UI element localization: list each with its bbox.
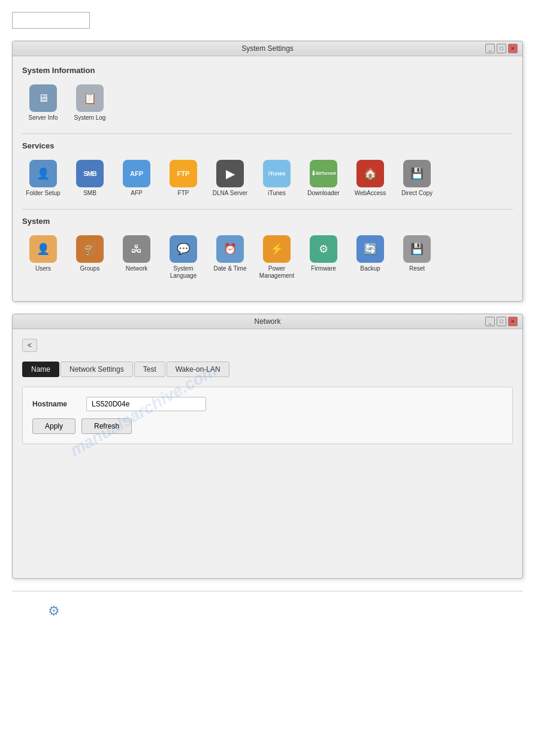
system-language-icon: 💬 — [170, 235, 197, 263]
itunes-label: iTunes — [268, 190, 286, 197]
window-controls: _ □ ✕ — [485, 44, 518, 53]
hostname-label: Hostname — [32, 400, 86, 408]
ftp-item[interactable]: FTP FTP — [162, 157, 204, 199]
apply-button[interactable]: Apply — [32, 418, 75, 434]
system-settings-titlebar: System Settings _ □ ✕ — [13, 41, 522, 56]
system-settings-window: System Settings _ □ ✕ System Information… — [12, 41, 523, 302]
downloader-label: Downloader — [307, 190, 339, 197]
users-icon: 👤 — [29, 235, 57, 263]
firmware-icon: ⚙ — [310, 235, 337, 263]
direct-copy-icon: 💾 — [403, 160, 431, 187]
webaccess-icon: 🏠 — [356, 160, 384, 187]
network-label: Network — [126, 265, 148, 272]
downloader-item[interactable]: ⬇BitTorrent Downloader — [303, 157, 344, 199]
network-empty-area — [22, 449, 513, 569]
services-grid: 👤 Folder Setup SMB SMB AFP AFP FTP FTP ▶… — [22, 157, 513, 199]
back-button[interactable]: < — [22, 339, 37, 352]
close-btn[interactable]: ✕ — [508, 44, 518, 53]
hostname-input[interactable] — [86, 397, 206, 411]
system-grid: 👤 Users 🐒 Groups 🖧 Network 💬 System Lang… — [22, 233, 513, 282]
groups-label: Groups — [80, 265, 100, 272]
system-log-item[interactable]: 📋 System Log — [69, 82, 111, 124]
system-language-item[interactable]: 💬 System Language — [162, 233, 204, 282]
webaccess-label: WebAccess — [355, 190, 386, 197]
folder-setup-icon: 👤 — [29, 160, 57, 187]
tab-wake-on-lan[interactable]: Wake-on-LAN — [167, 362, 229, 377]
smb-item[interactable]: SMB SMB — [69, 157, 111, 199]
afp-item[interactable]: AFP AFP — [116, 157, 158, 199]
system-information-header: System Information — [22, 66, 513, 75]
tab-name[interactable]: Name — [22, 362, 59, 377]
network-close-btn[interactable]: ✕ — [508, 317, 518, 326]
date-time-label: Date & Time — [213, 265, 246, 272]
backup-label: Backup — [360, 265, 380, 272]
direct-copy-label: Direct Copy — [401, 190, 433, 197]
ftp-label: FTP — [178, 190, 189, 197]
network-minimize-btn[interactable]: _ — [485, 317, 495, 326]
dlna-server-label: DLNA Server — [213, 190, 247, 197]
form-buttons: Apply Refresh — [32, 418, 503, 434]
minimize-btn[interactable]: _ — [485, 44, 495, 53]
power-management-icon: ⚡ — [263, 235, 291, 263]
hostname-row: Hostname — [32, 397, 503, 411]
tab-test[interactable]: Test — [134, 362, 165, 377]
power-management-label: Power Management — [258, 265, 295, 280]
maximize-btn[interactable]: □ — [497, 44, 506, 53]
top-search-input[interactable] — [12, 12, 90, 29]
network-icon: 🖧 — [123, 235, 150, 263]
downloader-icon: ⬇BitTorrent — [310, 160, 337, 187]
refresh-button[interactable]: Refresh — [81, 418, 132, 434]
groups-item[interactable]: 🐒 Groups — [69, 233, 111, 282]
server-info-icon: 🖥 — [29, 84, 57, 112]
bottom-divider — [12, 591, 523, 591]
tab-bar: Name Network Settings Test Wake-on-LAN — [22, 362, 513, 377]
direct-copy-item[interactable]: 💾 Direct Copy — [396, 157, 438, 199]
date-time-item[interactable]: ⏰ Date & Time — [209, 233, 251, 282]
network-item[interactable]: 🖧 Network — [116, 233, 158, 282]
groups-icon: 🐒 — [76, 235, 104, 263]
gear-icon: ⚙ — [48, 603, 523, 619]
afp-label: AFP — [131, 190, 142, 197]
system-settings-content: System Information 🖥 Server Info 📋 Syste… — [13, 56, 522, 301]
reset-item[interactable]: 💾 Reset — [396, 233, 438, 282]
system-settings-title: System Settings — [241, 44, 294, 53]
smb-label: SMB — [83, 190, 96, 197]
firmware-label: Firmware — [311, 265, 336, 272]
dlna-server-icon: ▶ — [216, 160, 244, 187]
network-titlebar: Network _ □ ✕ — [13, 314, 522, 329]
folder-setup-label: Folder Setup — [26, 190, 60, 197]
server-info-item[interactable]: 🖥 Server Info — [22, 82, 64, 124]
users-item[interactable]: 👤 Users — [22, 233, 64, 282]
divider-1 — [22, 133, 513, 134]
afp-icon: AFP — [123, 160, 150, 187]
network-window: Network _ □ ✕ manualsarchive.com < Name … — [12, 314, 523, 579]
divider-2 — [22, 209, 513, 210]
server-info-label: Server Info — [29, 114, 58, 122]
system-header: System — [22, 217, 513, 226]
firmware-item[interactable]: ⚙ Firmware — [303, 233, 344, 282]
itunes-icon: iTunes — [263, 160, 291, 187]
folder-setup-item[interactable]: 👤 Folder Setup — [22, 157, 64, 199]
network-content: manualsarchive.com < Name Network Settin… — [13, 329, 522, 578]
reset-label: Reset — [409, 265, 425, 272]
users-label: Users — [35, 265, 51, 272]
network-maximize-btn[interactable]: □ — [497, 317, 506, 326]
itunes-item[interactable]: iTunes iTunes — [256, 157, 298, 199]
system-information-grid: 🖥 Server Info 📋 System Log — [22, 82, 513, 124]
ftp-icon: FTP — [170, 160, 197, 187]
system-log-icon: 📋 — [76, 84, 104, 112]
reset-icon: 💾 — [403, 235, 431, 263]
webaccess-item[interactable]: 🏠 WebAccess — [349, 157, 391, 199]
date-time-icon: ⏰ — [216, 235, 244, 263]
tab-network-settings[interactable]: Network Settings — [61, 362, 133, 377]
network-form-area: Hostname Apply Refresh — [22, 387, 513, 444]
services-header: Services — [22, 141, 513, 150]
smb-icon: SMB — [76, 160, 104, 187]
power-management-item[interactable]: ⚡ Power Management — [256, 233, 298, 282]
backup-icon: 🔄 — [356, 235, 384, 263]
system-log-label: System Log — [74, 114, 106, 122]
network-window-controls: _ □ ✕ — [485, 317, 518, 326]
dlna-server-item[interactable]: ▶ DLNA Server — [209, 157, 251, 199]
backup-item[interactable]: 🔄 Backup — [349, 233, 391, 282]
system-language-label: System Language — [165, 265, 202, 280]
